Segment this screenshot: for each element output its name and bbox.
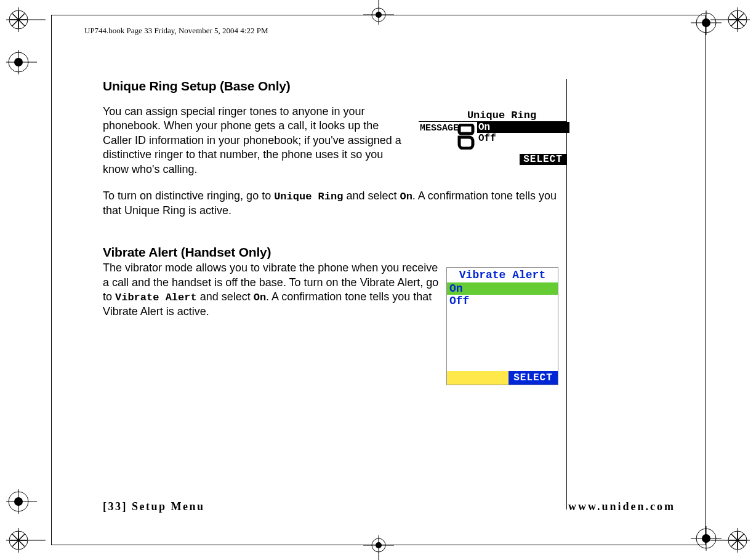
lcd-option-off: Off bbox=[447, 295, 558, 307]
crop-mark-icon bbox=[691, 7, 722, 38]
text: To turn on distinctive ringing, go to bbox=[103, 190, 274, 202]
paragraph: To turn on distinctive ringing, go to Un… bbox=[103, 189, 558, 218]
menu-keyword: Vibrate Alert bbox=[115, 292, 197, 303]
lcd-softkey-select: SELECT bbox=[520, 154, 566, 165]
section-heading-vibrate-alert: Vibrate Alert (Handset Only) bbox=[103, 245, 571, 260]
footer-page-section: [33] Setup Menu bbox=[103, 500, 205, 513]
lcd-title: Vibrate Alert bbox=[447, 268, 558, 282]
page-meta-header: UP744.book Page 33 Friday, November 5, 2… bbox=[84, 26, 268, 36]
base-lcd-screenshot: Unique Ring MESSAGE On Off SELECT bbox=[419, 110, 566, 165]
menu-keyword: On bbox=[254, 292, 266, 303]
lcd-title: Unique Ring bbox=[419, 110, 566, 121]
svg-point-35 bbox=[376, 542, 382, 548]
text: and select bbox=[197, 290, 254, 303]
lcd-message-label: MESSAGE bbox=[420, 123, 459, 134]
page-footer: [33] Setup Menu www.uniden.com bbox=[103, 500, 682, 513]
crop-mark-icon bbox=[6, 486, 37, 517]
crop-mark-icon bbox=[691, 523, 722, 554]
menu-keyword: Unique Ring bbox=[274, 191, 343, 202]
menu-keyword: On bbox=[400, 191, 412, 202]
lcd-option-off: Off bbox=[478, 133, 496, 144]
answering-machine-icon bbox=[457, 124, 476, 153]
crop-mark-icon bbox=[6, 528, 46, 553]
crop-mark-icon bbox=[6, 47, 37, 78]
paragraph: You can assign special ringer tones to a… bbox=[103, 105, 411, 177]
footer-url: www.uniden.com bbox=[568, 500, 675, 513]
svg-point-31 bbox=[376, 12, 382, 18]
crop-mark-icon bbox=[6, 7, 46, 32]
lcd-softkey-select: SELECT bbox=[509, 371, 558, 385]
crop-mark-icon bbox=[360, 535, 397, 560]
paragraph: The vibrator mode allows you to vibrate … bbox=[103, 261, 441, 319]
lcd-option-on: On bbox=[447, 282, 558, 295]
text: and select bbox=[343, 190, 400, 202]
section-heading-unique-ring: Unique Ring Setup (Base Only) bbox=[103, 79, 571, 94]
handset-lcd-screenshot: Vibrate Alert On Off SELECT bbox=[446, 267, 558, 385]
svg-rect-52 bbox=[459, 125, 473, 134]
lcd-option-on: On bbox=[477, 122, 569, 133]
crop-mark-icon bbox=[360, 0, 397, 25]
